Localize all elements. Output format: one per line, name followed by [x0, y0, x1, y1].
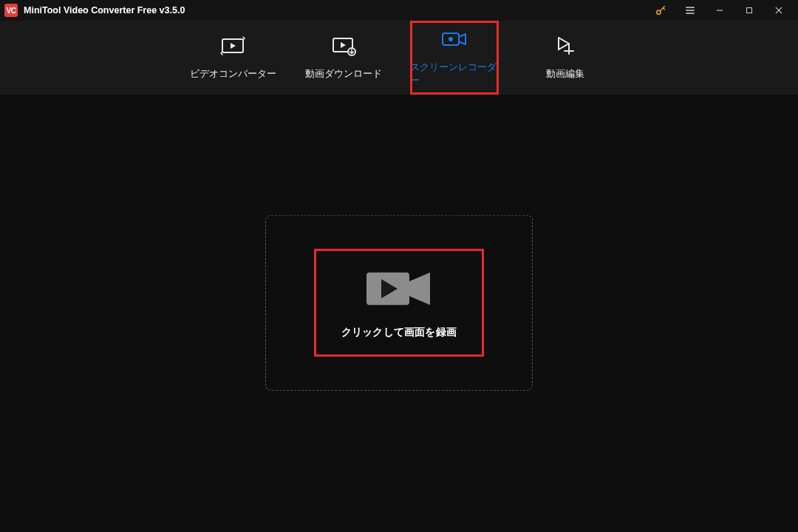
minimize-icon	[715, 5, 725, 16]
tab-download[interactable]: 動画ダウンロード	[299, 21, 388, 95]
app-title: MiniTool Video Converter Free v3.5.0	[24, 5, 185, 16]
close-button[interactable]	[764, 0, 794, 21]
tab-recorder-label: スクリーンレコーダー	[410, 61, 499, 87]
svg-marker-11	[341, 42, 346, 48]
download-icon	[331, 35, 356, 56]
tab-editor-label: 動画編集	[546, 67, 584, 81]
record-button[interactable]: クリックして画面を録画	[314, 249, 484, 357]
titlebar: VC MiniTool Video Converter Free v3.5.0	[0, 0, 798, 21]
record-button-label: クリックして画面を録画	[341, 326, 457, 339]
menu-button[interactable]	[675, 0, 705, 21]
maximize-icon	[745, 6, 754, 15]
svg-point-14	[449, 37, 453, 41]
close-icon	[774, 5, 784, 16]
maximize-button[interactable]	[734, 0, 764, 21]
svg-marker-9	[231, 43, 236, 49]
drop-area: クリックして画面を録画	[265, 215, 533, 391]
svg-marker-15	[559, 38, 569, 50]
tab-recorder[interactable]: スクリーンレコーダー	[410, 21, 499, 95]
key-icon	[655, 4, 666, 16]
svg-rect-5	[747, 8, 752, 13]
camcorder-icon	[362, 267, 436, 311]
minimize-button[interactable]	[705, 0, 734, 21]
editor-icon	[554, 35, 576, 57]
tab-converter[interactable]: ビデオコンバーター	[188, 21, 277, 95]
activate-key-button[interactable]	[646, 0, 675, 21]
app-logo-text: VC	[7, 7, 16, 15]
menu-icon	[684, 4, 696, 16]
tab-editor[interactable]: 動画編集	[521, 21, 610, 95]
main-area: クリックして画面を録画	[0, 95, 798, 532]
converter-icon	[220, 35, 245, 56]
tab-converter-label: ビデオコンバーター	[190, 67, 276, 81]
tab-download-label: 動画ダウンロード	[305, 67, 382, 81]
app-logo: VC	[4, 4, 18, 17]
recorder-icon	[441, 30, 468, 48]
main-tabs: ビデオコンバーター 動画ダウンロード スクリーンレコーダー	[0, 21, 798, 95]
